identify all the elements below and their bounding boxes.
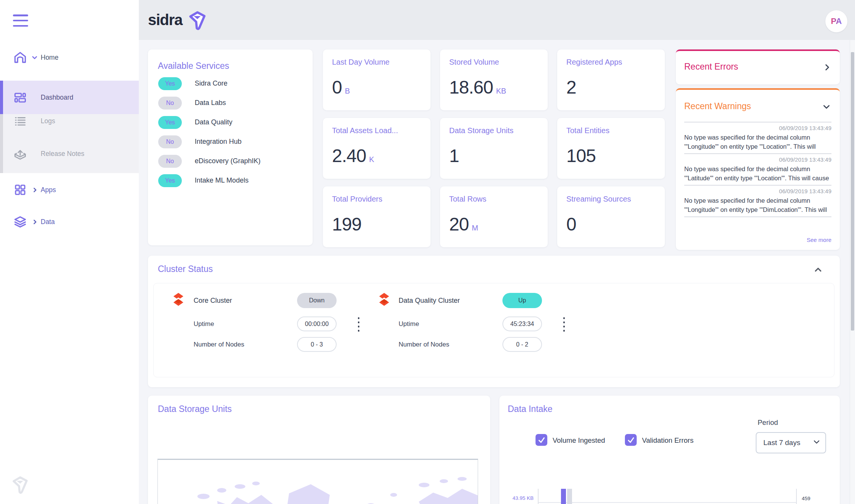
sidebar-item-label: Release Notes — [41, 150, 84, 158]
status-badge: Yes — [158, 116, 182, 129]
recent-errors-card[interactable]: Recent Errors — [676, 49, 840, 84]
recent-warnings-card: Recent Warnings 06/09/2019 13:43:49 No t… — [676, 88, 840, 250]
cluster-icon — [173, 292, 184, 309]
warning-timestamp: 06/09/2019 13:43:49 — [684, 156, 831, 163]
chevron-down-icon[interactable] — [822, 103, 831, 112]
period-value: Last 7 days — [763, 439, 813, 447]
bar-validation-errors — [567, 489, 572, 504]
world-map[interactable] — [157, 459, 478, 504]
release-notes-icon — [13, 146, 27, 161]
warning-item: 06/09/2019 13:43:49 No type was specifie… — [684, 185, 831, 214]
status-badge: No — [158, 135, 182, 148]
stat-card-data-storage-units: Data Storage Units 1 — [440, 118, 548, 179]
main-content: Available Services Yes Sidra Core No Dat… — [139, 40, 855, 504]
card-title: Data Intake — [508, 404, 553, 414]
top-header: sidra PA — [139, 0, 855, 40]
warning-message: No type was specified for the decimal co… — [684, 196, 831, 214]
warnings-list: 06/09/2019 13:43:49 No type was specifie… — [684, 122, 831, 217]
sidebar-item-apps[interactable]: Apps — [0, 180, 139, 199]
chevron-down-icon — [813, 439, 820, 446]
cluster-status-card: Cluster Status Core Cluster Down Uptime … — [148, 256, 840, 387]
uptime-label: Uptime — [194, 320, 214, 328]
sidebar-item-home[interactable]: Home — [0, 46, 139, 68]
stat-card-streaming-sources: Streaming Sources 0 — [557, 186, 665, 247]
chevron-right-icon — [31, 186, 38, 193]
cluster-status-badge[interactable]: Up — [502, 293, 542, 308]
period-select[interactable]: Last 7 days — [756, 432, 826, 453]
bar-volume-ingested — [561, 489, 566, 504]
menu-icon[interactable] — [13, 14, 28, 27]
service-item: No eDiscovery (GraphIK) — [158, 151, 305, 171]
avatar[interactable]: PA — [825, 10, 847, 32]
see-more-link[interactable]: See more — [807, 237, 831, 243]
nodes-value: 0 - 3 — [297, 337, 337, 352]
checkbox-label: Validation Errors — [642, 436, 693, 445]
data-storage-units-card: Data Storage Units — [148, 396, 490, 504]
scrollbar-track[interactable] — [850, 40, 855, 504]
stat-card-total-rows: Total Rows 20M — [440, 186, 548, 247]
data-intake-card: Data Intake Volume Ingested Validation E… — [499, 396, 840, 504]
cluster-name: Core Cluster — [194, 297, 232, 305]
service-item: No Data Labs — [158, 93, 305, 113]
layers-icon — [13, 215, 27, 229]
card-title: Recent Errors — [684, 62, 738, 72]
service-item: Yes Data Quality — [158, 113, 305, 132]
service-item: No Integration Hub — [158, 132, 305, 151]
status-badge: Yes — [158, 77, 182, 90]
sidebar-item-release-notes[interactable]: Release Notes — [0, 144, 139, 163]
available-services-card: Available Services Yes Sidra Core No Dat… — [148, 49, 313, 245]
gridline — [539, 502, 796, 503]
home-icon — [13, 50, 27, 65]
card-title: Cluster Status — [158, 264, 213, 274]
warning-timestamp: 06/09/2019 13:43:49 — [684, 125, 831, 131]
sidebar-item-label: Logs — [41, 117, 55, 125]
checkbox-label: Volume Ingested — [553, 436, 605, 445]
cluster-icon — [378, 292, 390, 309]
divider — [684, 216, 831, 217]
sidebar-item-dashboard[interactable]: Dashboard — [0, 81, 139, 114]
sidebar-item-label: Data — [41, 218, 55, 226]
warning-message: No type was specified for the decimal co… — [684, 164, 831, 183]
sidebar-item-label: Home — [41, 54, 59, 62]
logo[interactable]: sidra — [148, 0, 208, 40]
warning-message: No type was specified for the decimal co… — [684, 133, 831, 151]
volume-ingested-checkbox[interactable] — [536, 434, 547, 446]
sidebar-item-label: Dashboard — [41, 94, 73, 102]
warning-timestamp: 06/09/2019 13:43:49 — [684, 188, 831, 194]
validation-errors-checkbox[interactable] — [625, 434, 637, 446]
nodes-label: Number of Nodes — [399, 341, 449, 348]
nodes-value: 0 - 2 — [502, 337, 542, 352]
y-axis-left — [538, 489, 539, 504]
y-axis-right-label: 459 — [802, 496, 811, 501]
avatar-initials: PA — [831, 16, 842, 26]
apps-icon — [13, 183, 27, 197]
stat-card-total-assets-loaded: Total Assets Load... 2.40K — [323, 118, 431, 179]
cluster-status-badge[interactable]: Down — [297, 293, 337, 308]
status-badge: No — [158, 97, 182, 110]
y-axis-right — [796, 489, 797, 504]
chevron-down-icon — [31, 54, 38, 61]
chevron-up-icon[interactable] — [814, 266, 823, 275]
y-axis-left-label: 43.95 KB — [506, 495, 534, 501]
stat-card-last-day-volume: Last Day Volume 0B — [323, 49, 431, 110]
service-item: Yes Sidra Core — [158, 74, 305, 93]
warning-item: 06/09/2019 13:43:49 No type was specifie… — [684, 122, 831, 151]
sidebar-item-logs[interactable]: Logs — [0, 111, 139, 130]
cluster-name: Data Quality Cluster — [399, 297, 460, 305]
more-options-icon[interactable] — [560, 317, 568, 332]
sidebar: Home Dashboard Logs — [0, 0, 139, 504]
card-title: Available Services — [158, 61, 229, 71]
stat-card-registered-apps: Registered Apps 2 — [557, 49, 665, 110]
uptime-value: 45:23:34 — [502, 316, 542, 331]
services-list: Yes Sidra Core No Data Labs Yes Data Qua… — [158, 74, 305, 190]
sidebar-item-data[interactable]: Data — [0, 212, 139, 231]
scrollbar-thumb[interactable] — [851, 52, 854, 331]
chevron-right-icon[interactable] — [824, 63, 831, 73]
period-label: Period — [758, 418, 778, 427]
status-badge: Yes — [158, 174, 182, 187]
warning-item: 06/09/2019 13:43:49 No type was specifie… — [684, 153, 831, 183]
stat-card-total-providers: Total Providers 199 — [323, 186, 431, 247]
more-options-icon[interactable] — [355, 317, 362, 332]
service-item: Yes Intake ML Models — [158, 171, 305, 190]
stat-card-stored-volume: Stored Volume 18.60KB — [440, 49, 548, 110]
